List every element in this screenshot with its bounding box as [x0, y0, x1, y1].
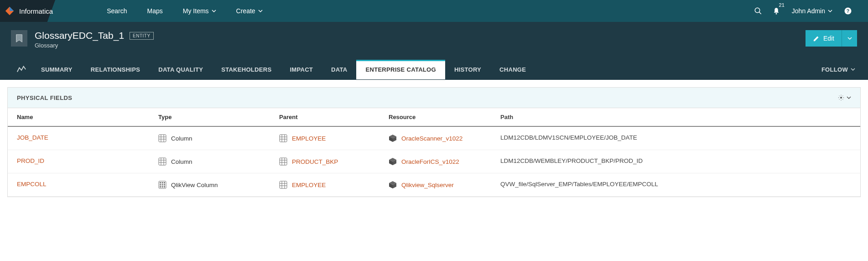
type-label: Column — [171, 135, 192, 142]
nav-search-label: Search — [107, 7, 127, 15]
panel-title: PHYSICAL FIELDS — [17, 94, 72, 101]
panel-header: PHYSICAL FIELDS — [8, 88, 860, 108]
col-header-path[interactable]: Path — [500, 114, 851, 120]
chevron-down-icon — [851, 67, 855, 72]
follow-label: FOLLOW — [821, 66, 848, 73]
lineage-icon-button[interactable] — [11, 59, 32, 80]
parent-link[interactable]: EMPLOYEE — [292, 135, 326, 142]
header-band: GlossaryEDC_Tab_1 ENTITY Glossary Edit S… — [0, 22, 868, 80]
tab-label: HISTORY — [454, 66, 481, 73]
brand-name: Informatica — [19, 7, 53, 15]
path-cell: QVW_file/SqlServer_EMP/Tables/EMPLOYEE/E… — [500, 181, 851, 189]
svg-rect-41 — [160, 186, 161, 188]
svg-point-2 — [755, 8, 760, 13]
svg-rect-44 — [280, 181, 287, 188]
svg-rect-8 — [159, 135, 166, 142]
resource-link[interactable]: OracleForICS_v1022 — [401, 158, 459, 165]
tab-enterprise-catalog[interactable]: ENTERPRISE CATALOG — [356, 60, 445, 79]
type-label: QlikView Column — [171, 182, 218, 188]
edit-button[interactable]: Edit — [806, 30, 842, 47]
tab-label: RELATIONSHIPS — [91, 66, 140, 73]
svg-rect-26 — [280, 158, 287, 165]
tab-data-quality[interactable]: DATA QUALITY — [149, 60, 212, 79]
follow-dropdown[interactable]: FOLLOW — [820, 60, 857, 79]
tab-label: SUMMARY — [41, 66, 73, 73]
resource-icon — [389, 181, 397, 189]
svg-rect-38 — [160, 184, 161, 186]
panel-settings-button[interactable] — [837, 94, 851, 101]
bookmark-icon — [14, 33, 24, 43]
table-icon — [279, 134, 287, 142]
content: PHYSICAL FIELDS Name Type Parent Resourc… — [0, 80, 868, 204]
user-name-label: John Admin — [792, 7, 825, 15]
tab-data[interactable]: DATA — [322, 60, 356, 79]
nav-maps[interactable]: Maps — [139, 0, 171, 22]
gear-icon — [837, 94, 845, 101]
help-button[interactable]: ? — [839, 0, 857, 22]
tab-stakeholders[interactable]: STAKEHOLDERS — [212, 60, 281, 79]
svg-rect-39 — [162, 184, 163, 186]
nav-links: Search Maps My Items Create — [99, 0, 270, 22]
tab-history[interactable]: HISTORY — [445, 60, 490, 79]
brand[interactable]: Informatica — [0, 0, 67, 22]
table-icon — [279, 157, 287, 166]
col-header-type[interactable]: Type — [158, 114, 279, 120]
physical-fields-panel: PHYSICAL FIELDS Name Type Parent Resourc… — [7, 87, 861, 197]
edit-split-button[interactable] — [842, 30, 857, 47]
svg-rect-40 — [164, 184, 165, 186]
chevron-down-icon — [847, 36, 852, 41]
field-name-link[interactable]: JOB_DATE — [17, 134, 48, 141]
svg-point-7 — [840, 97, 842, 99]
resource-icon — [389, 134, 397, 142]
tab-relationships[interactable]: RELATIONSHIPS — [82, 60, 149, 79]
chevron-down-icon — [258, 9, 263, 13]
field-name-link[interactable]: EMPCOLL — [17, 181, 47, 188]
user-menu[interactable]: John Admin — [792, 7, 832, 15]
chevron-down-icon — [212, 9, 216, 13]
resource-link[interactable]: OracleScanner_v1022 — [401, 135, 463, 142]
svg-rect-21 — [159, 158, 166, 165]
path-cell: LDM12CDB/WEMBLEY/PRODUCT_BKP/PROD_ID — [500, 157, 851, 166]
tab-row: SUMMARY RELATIONSHIPS DATA QUALITY STAKE… — [11, 59, 857, 80]
resource-icon — [389, 157, 397, 166]
nav-my-items[interactable]: My Items — [175, 0, 224, 22]
chevron-down-icon — [847, 95, 851, 100]
edit-button-group: Edit — [806, 30, 857, 47]
entity-icon — [11, 30, 27, 47]
lineage-icon — [16, 64, 26, 74]
resource-link[interactable]: Qlikview_Sqlserver — [401, 182, 454, 188]
physical-fields-table: Name Type Parent Resource Path JOB_DATE … — [8, 108, 860, 197]
col-header-parent[interactable]: Parent — [279, 114, 389, 120]
qlikview-column-icon — [158, 181, 166, 189]
bell-icon — [772, 7, 780, 15]
svg-marker-1 — [10, 7, 14, 11]
parent-link[interactable]: PRODUCT_BKP — [292, 158, 338, 165]
pencil-icon — [813, 35, 820, 42]
table-header-row: Name Type Parent Resource Path — [8, 108, 860, 127]
nav-create[interactable]: Create — [228, 0, 271, 22]
svg-rect-43 — [164, 186, 165, 188]
table-icon — [279, 181, 287, 189]
tab-summary[interactable]: SUMMARY — [32, 60, 82, 79]
field-name-link[interactable]: PROD_ID — [17, 157, 44, 164]
tab-impact[interactable]: IMPACT — [281, 60, 322, 79]
nav-my-items-label: My Items — [183, 7, 209, 15]
nav-search[interactable]: Search — [99, 0, 135, 22]
col-header-resource[interactable]: Resource — [389, 114, 500, 120]
parent-link[interactable]: EMPLOYEE — [292, 182, 326, 188]
table-row: JOB_DATE Column EMPLOYEE OracleScanner_v… — [8, 127, 860, 150]
svg-rect-35 — [160, 182, 161, 183]
tab-label: CHANGE — [499, 66, 526, 73]
nav-maps-label: Maps — [147, 7, 163, 15]
notifications-button[interactable]: 21 — [767, 0, 785, 22]
tab-label: DATA — [331, 66, 347, 73]
tab-change[interactable]: CHANGE — [490, 60, 535, 79]
table-row: EMPCOLL QlikView Column EMPLOYEE Qlikvie… — [8, 173, 860, 197]
col-header-name[interactable]: Name — [17, 114, 158, 120]
table-column-icon — [158, 157, 166, 166]
page-title: GlossaryEDC_Tab_1 — [35, 30, 124, 41]
svg-rect-36 — [162, 182, 163, 183]
type-pill: ENTITY — [130, 32, 154, 40]
search-icon-button[interactable] — [749, 0, 767, 22]
table-column-icon — [158, 134, 166, 142]
